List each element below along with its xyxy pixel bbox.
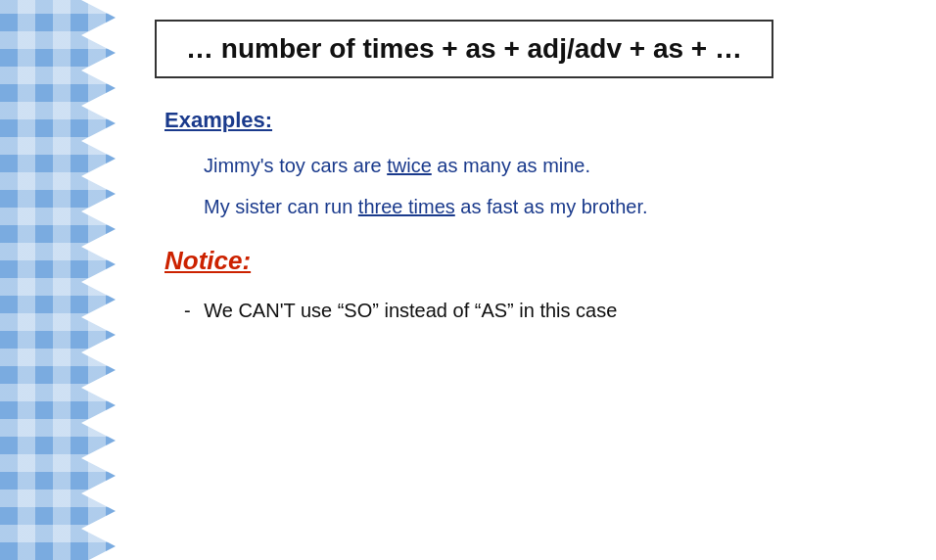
zigzag-tooth bbox=[81, 335, 116, 370]
zigzag-teeth bbox=[76, 0, 116, 560]
zigzag-tooth bbox=[81, 264, 116, 300]
zigzag-tooth bbox=[81, 546, 116, 560]
example-item-2: My sister can run three times as fast as… bbox=[204, 192, 907, 221]
main-content: … number of times + as + adj/adv + as + … bbox=[116, 0, 936, 560]
zigzag-tooth bbox=[81, 405, 116, 441]
example-1-after: as many as mine. bbox=[432, 155, 590, 176]
zigzag-tooth bbox=[81, 88, 116, 123]
examples-section: Examples: Jimmy's toy cars are twice as … bbox=[164, 108, 907, 221]
zigzag-tooth bbox=[81, 194, 116, 229]
notice-section: Notice: - We CAN'T use “SO” instead of “… bbox=[164, 246, 907, 325]
zigzag-tooth bbox=[81, 18, 116, 53]
example-1-highlighted: twice bbox=[387, 155, 432, 176]
example-1-before: Jimmy's toy cars are bbox=[204, 155, 387, 176]
zigzag-tooth bbox=[81, 370, 116, 405]
example-2-highlighted: three times bbox=[358, 196, 455, 217]
notice-dash: - bbox=[184, 300, 191, 321]
example-2-after: as fast as my brother. bbox=[455, 196, 648, 217]
zigzag-tooth bbox=[81, 229, 116, 264]
zigzag-tooth bbox=[81, 159, 116, 194]
zigzag-tooth bbox=[81, 441, 116, 476]
notice-label: Notice: bbox=[164, 246, 907, 276]
zigzag-tooth bbox=[81, 476, 116, 511]
example-2-before: My sister can run bbox=[204, 196, 358, 217]
zigzag-tooth bbox=[81, 53, 116, 88]
zigzag-tooth bbox=[81, 511, 116, 546]
example-item-1: Jimmy's toy cars are twice as many as mi… bbox=[204, 151, 907, 180]
notice-item-1: - We CAN'T use “SO” instead of “AS” in t… bbox=[184, 296, 907, 325]
left-decorative-border bbox=[0, 0, 116, 560]
title-box: … number of times + as + adj/adv + as + … bbox=[155, 20, 773, 78]
examples-label: Examples: bbox=[164, 108, 907, 133]
zigzag-tooth bbox=[81, 123, 116, 159]
zigzag-tooth bbox=[81, 0, 116, 18]
zigzag-tooth bbox=[81, 300, 116, 335]
title-text: … number of times + as + adj/adv + as + … bbox=[186, 33, 742, 64]
notice-text: We CAN'T use “SO” instead of “AS” in thi… bbox=[204, 300, 617, 321]
